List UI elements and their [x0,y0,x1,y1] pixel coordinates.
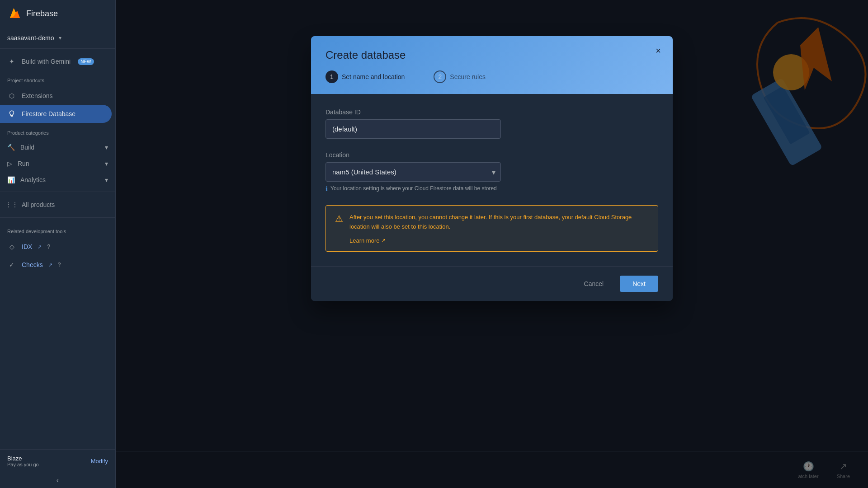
build-icon: 🔨 [7,144,15,151]
step-divider [410,77,428,77]
modal-close-button[interactable]: × [651,43,665,58]
sidebar-item-gemini[interactable]: ✦ Build with Gemini NEW [0,52,112,70]
collapse-icon: ‹ [57,476,59,484]
project-shortcuts-label: Project shortcuts [0,70,115,87]
warning-text: After you set this location, you cannot … [349,213,649,232]
main-content: Create database × 1 Set name and locatio… [116,0,868,488]
analytics-arrow-icon: ▾ [105,176,108,183]
idx-external-icon: ↗ [38,244,42,250]
project-name: saasavant-demo [7,34,54,42]
location-hint: ℹ Your location setting is where your Cl… [326,185,658,192]
plan-sub: Pay as you go [7,462,39,467]
modal-overlay: Create database × 1 Set name and locatio… [116,0,868,488]
all-products-icon: ⋮⋮ [7,200,16,209]
location-select[interactable]: nam5 (United States) us-east1 (South Car… [326,162,501,182]
checks-label: Checks [22,261,43,268]
location-select-wrapper: nam5 (United States) us-east1 (South Car… [326,162,501,182]
location-label: Location [326,151,658,159]
product-categories-label: Product categories [0,123,115,139]
sidebar-item-analytics[interactable]: 📊 Analytics ▾ [0,172,115,188]
modal-footer: Cancel Next [311,266,673,301]
run-icon: ▷ [7,160,12,167]
database-id-group: Database ID [326,108,658,139]
learn-more-link[interactable]: Learn more ↗ [349,237,649,244]
plan-name: Blaze [7,455,39,462]
learn-more-label: Learn more [349,237,379,244]
warning-content: After you set this location, you cannot … [349,213,649,244]
step-1: 1 Set name and location [326,70,405,83]
sidebar-item-checks[interactable]: ✓ Checks ↗ ? [0,256,112,274]
build-label: Build [20,144,34,151]
app-title: Firebase [26,9,58,19]
location-hint-text: Your location setting is where your Clou… [330,185,497,192]
warning-box: ⚠ After you set this location, you canno… [326,205,658,252]
idx-label: IDX [22,243,32,250]
project-dropdown-icon: ▾ [59,35,61,41]
firebase-logo-icon [7,6,22,21]
location-group: Location nam5 (United States) us-east1 (… [326,151,658,192]
step-2: 2 Secure rules [434,70,486,83]
next-button[interactable]: Next [620,276,658,292]
sidebar-item-extensions[interactable]: ⬡ Extensions [0,87,112,105]
all-products-label: All products [22,201,55,208]
create-database-modal: Create database × 1 Set name and locatio… [311,36,673,301]
database-id-input[interactable] [326,119,501,139]
related-tools-label: Related development tools [0,221,115,238]
warning-icon: ⚠ [335,213,343,224]
modal-body: Database ID Location nam5 (United States… [311,94,673,266]
firestore-icon [7,109,16,118]
idx-help-icon[interactable]: ? [47,244,50,250]
firestore-label: Firestore Database [22,110,75,117]
checks-external-icon: ↗ [48,262,52,268]
gemini-icon: ✦ [7,57,16,66]
analytics-icon: 📊 [7,176,15,183]
step-2-label: Secure rules [450,73,486,80]
run-label: Run [18,160,29,167]
modal-title: Create database [326,49,658,61]
sidebar-item-all-products[interactable]: ⋮⋮ All products [0,196,112,214]
run-arrow-icon: ▾ [105,160,108,167]
idx-icon: ◇ [7,242,16,251]
sidebar-header: Firebase [0,0,115,27]
extensions-icon: ⬡ [7,91,16,100]
new-badge: NEW [78,58,94,65]
sidebar-item-idx[interactable]: ◇ IDX ↗ ? [0,238,112,256]
sidebar-item-run[interactable]: ▷ Run ▾ [0,155,115,172]
sidebar-item-build[interactable]: 🔨 Build ▾ [0,139,115,155]
modify-button[interactable]: Modify [91,458,108,465]
sidebar-item-firestore[interactable]: Firestore Database [0,105,112,123]
external-link-icon: ↗ [381,237,386,244]
sidebar-collapse-button[interactable]: ‹ [0,473,115,488]
checks-help-icon[interactable]: ? [58,262,61,268]
step-1-circle: 1 [326,70,338,83]
cancel-button[interactable]: Cancel [573,276,615,292]
database-id-label: Database ID [326,108,658,116]
info-icon: ℹ [326,185,328,192]
project-selector[interactable]: saasavant-demo ▾ [0,27,115,49]
sidebar-bottom: Blaze Pay as you go Modify [0,449,115,473]
checks-icon: ✓ [7,260,16,269]
close-icon: × [656,46,661,56]
step-2-circle: 2 [434,70,446,83]
stepper: 1 Set name and location 2 Secure rules [326,70,658,83]
build-arrow-icon: ▾ [105,144,108,151]
modal-header: Create database × 1 Set name and locatio… [311,36,673,94]
analytics-label: Analytics [20,176,46,183]
sidebar: Firebase saasavant-demo ▾ ✦ Build with G… [0,0,116,488]
step-1-label: Set name and location [342,73,405,80]
extensions-label: Extensions [22,92,52,99]
gemini-label: Build with Gemini [22,58,71,65]
